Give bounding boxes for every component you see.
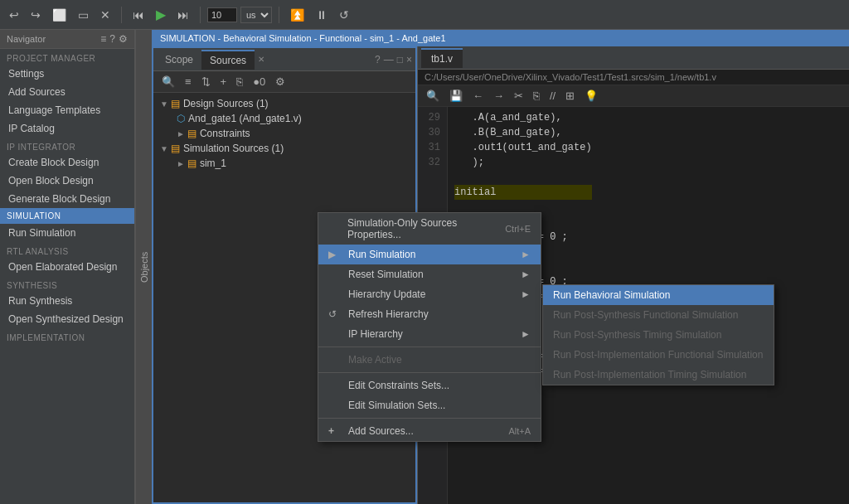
tab-scope[interactable]: Scope <box>157 51 201 69</box>
sidebar-item-open-elaborated[interactable]: Open Elaborated Design <box>0 258 134 276</box>
submenu-run-post-impl-timing: Run Post-Implementation Timing Simulatio… <box>543 365 774 385</box>
sidebar-icon-list[interactable]: ≡ <box>100 33 106 45</box>
ctx-add-sources[interactable]: + Add Sources... Alt+A <box>318 421 541 441</box>
tab-action-minimize[interactable]: — <box>384 54 394 65</box>
ctx-sim-only-label: Simulation-Only Sources Properties... <box>347 217 505 240</box>
time-unit-select[interactable]: us ns ps <box>240 7 272 23</box>
editor-back-btn[interactable]: ← <box>469 88 487 104</box>
title-text: SIMULATION - Behavioral Simulation - Fun… <box>160 33 446 43</box>
ctx-add-shortcut: Alt+A <box>508 426 531 436</box>
sidebar-item-open-block-design[interactable]: Open Block Design <box>0 172 134 190</box>
run-button[interactable]: ▶ <box>152 4 170 25</box>
reload-button[interactable]: ↺ <box>335 6 353 24</box>
pause-button[interactable]: ⏸ <box>312 6 332 24</box>
restart-button[interactable]: ⏫ <box>286 6 308 24</box>
save-button[interactable]: ⬜ <box>48 6 70 24</box>
ctx-reset-simulation[interactable]: Reset Simulation ► <box>318 264 541 284</box>
sources-panel: Scope Sources ✕ ? — □ × 🔍 ≡ ⇅ <box>152 46 417 504</box>
editor-bulb-btn[interactable]: 💡 <box>581 88 601 104</box>
ctx-reset-sim-arrow: ► <box>521 269 531 280</box>
tab-sources[interactable]: Sources <box>201 50 255 70</box>
ctx-hierarchy-update[interactable]: Hierarchy Update ► <box>318 284 541 304</box>
folder-icon-sim1: ▤ <box>187 158 196 169</box>
editor-copy-btn[interactable]: ⎘ <box>530 88 543 104</box>
sources-search-button[interactable]: 🔍 <box>158 74 178 90</box>
sources-copy-button[interactable]: ⎘ <box>233 74 246 90</box>
sidebar-item-generate-block-design[interactable]: Generate Block Design <box>0 190 134 208</box>
editor-path: C:/Users/User/OneDrive/Xilinx_Vivado/Tes… <box>418 70 849 85</box>
submenu-post-impl-func-label: Run Post-Implementation Functional Simul… <box>553 349 763 361</box>
tab-action-maximize[interactable]: □ <box>397 54 403 65</box>
tree-item-constraints[interactable]: ► ▤ Constraints <box>153 126 415 141</box>
sources-toolbar: 🔍 ≡ ⇅ + ⎘ ●0 ⚙ <box>153 71 415 93</box>
sidebar-icon-gear[interactable]: ⚙ <box>119 33 128 45</box>
tab-action-question[interactable]: ? <box>375 54 381 65</box>
editor-comment-btn[interactable]: // <box>546 88 559 104</box>
sidebar-item-run-synthesis[interactable]: Run Synthesis <box>0 292 134 310</box>
ctx-run-sim-icon: ▶ <box>328 249 343 260</box>
submenu-run-behavioral[interactable]: Run Behavioral Simulation <box>543 285 774 305</box>
ctx-sim-only-sources[interactable]: Simulation-Only Sources Properties... Ct… <box>318 213 541 245</box>
time-input[interactable]: 10 <box>207 7 237 22</box>
editor-forward-btn[interactable]: → <box>490 88 507 104</box>
sidebar-item-run-simulation[interactable]: Run Simulation <box>0 224 134 242</box>
design-icon-and-gate: ⬡ <box>177 113 185 124</box>
step-back-button[interactable]: ⏮ <box>129 6 148 24</box>
tree-item-simulation-sources[interactable]: ▼ ▤ Simulation Sources (1) <box>153 141 415 156</box>
ctx-refresh-hierarchy-label: Refresh Hierarchy <box>348 308 429 320</box>
editor-search-btn[interactable]: 🔍 <box>423 88 443 104</box>
ctx-edit-simulation-label: Edit Simulation Sets... <box>348 400 445 411</box>
sources-sort-button[interactable]: ⇅ <box>198 74 214 90</box>
sidebar-item-open-synthesized[interactable]: Open Synthesized Design <box>0 310 134 328</box>
sources-badge-button[interactable]: ●0 <box>250 74 269 90</box>
new-button[interactable]: ▭ <box>74 6 93 24</box>
sources-tab-close[interactable]: ✕ <box>258 55 264 64</box>
main-toolbar: ↩ ↪ ⬜ ▭ ✕ ⏮ ▶ ⏭ 10 us ns ps ⏫ ⏸ ↺ <box>0 0 849 30</box>
step-forward-button[interactable]: ⏭ <box>173 6 193 24</box>
tree-item-sim1[interactable]: ► ▤ sim_1 <box>153 156 415 171</box>
tree-item-design-sources[interactable]: ▼ ▤ Design Sources (1) <box>153 96 415 111</box>
editor-table-btn[interactable]: ⊞ <box>562 88 578 104</box>
redo-button[interactable]: ↪ <box>27 6 45 24</box>
ctx-refresh-hierarchy[interactable]: ↺ Refresh Hierarchy <box>318 304 541 324</box>
undo-button[interactable]: ↩ <box>5 6 23 24</box>
tree-label-design-sources: Design Sources (1) <box>183 98 269 109</box>
sidebar-item-settings[interactable]: Settings <box>0 65 134 83</box>
separator3 <box>279 7 279 23</box>
editor-tabs: tb1.v <box>418 46 849 70</box>
sidebar-item-ip-catalog[interactable]: IP Catalog <box>0 119 134 138</box>
submenu-post-synth-timing-label: Run Post-Synthesis Timing Simulation <box>553 329 721 341</box>
sidebar-item-language-templates[interactable]: Language Templates <box>0 101 134 119</box>
sources-add-button[interactable]: + <box>217 74 230 90</box>
ctx-run-simulation[interactable]: ▶ Run Simulation ► Run Behavioral Simula… <box>318 245 541 264</box>
sidebar-item-create-block-design[interactable]: Create Block Design <box>0 153 134 172</box>
ctx-ip-hierarchy[interactable]: IP Hierarchy ► <box>318 324 541 344</box>
tree-arrow-sim: ▼ <box>160 144 168 153</box>
editor-save-btn[interactable]: 💾 <box>446 88 466 104</box>
editor-tab-tb1[interactable]: tb1.v <box>421 48 463 68</box>
tree-item-and-gate[interactable]: ⬡ And_gate1 (And_gate1.v) <box>153 111 415 126</box>
ctx-edit-simulation-sets[interactable]: Edit Simulation Sets... <box>318 395 541 415</box>
ctx-add-sources-label: Add Sources... <box>348 425 414 437</box>
ctx-edit-constraints-sets[interactable]: Edit Constraints Sets... <box>318 376 541 395</box>
editor-toolbar: 🔍 💾 ← → ✂ ⎘ // ⊞ 💡 <box>418 85 849 107</box>
close-button[interactable]: ✕ <box>96 6 114 24</box>
sidebar-item-add-sources[interactable]: Add Sources <box>0 83 134 101</box>
editor-cut-btn[interactable]: ✂ <box>511 88 526 104</box>
left-sidebar: Navigator ≡ ? ⚙ PROJECT MANAGER Settings… <box>0 30 135 504</box>
ctx-sep3 <box>318 418 541 419</box>
tree-label-sim1: sim_1 <box>200 158 226 169</box>
sidebar-group-simulation: SIMULATION <box>0 208 134 224</box>
ctx-make-active-label: Make Active <box>348 354 402 366</box>
sources-settings-button[interactable]: ⚙ <box>272 74 289 90</box>
submenu-post-synth-func-label: Run Post-Synthesis Functional Simulation <box>553 309 738 321</box>
objects-tab[interactable]: Objects <box>135 30 152 504</box>
separator1 <box>121 7 122 23</box>
tree-arrow-design: ▼ <box>160 99 168 109</box>
separator2 <box>200 7 201 23</box>
ctx-hierarchy-update-label: Hierarchy Update <box>348 288 425 300</box>
sources-list-button[interactable]: ≡ <box>182 74 195 90</box>
sidebar-icon-question[interactable]: ? <box>109 33 115 45</box>
ctx-edit-constraints-label: Edit Constraints Sets... <box>348 380 449 391</box>
tab-action-close[interactable]: × <box>406 54 412 65</box>
